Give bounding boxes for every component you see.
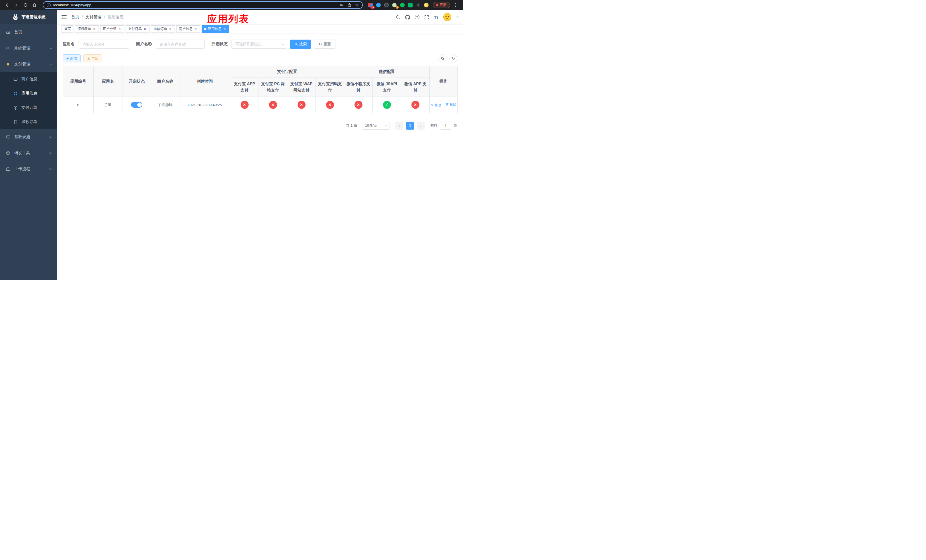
col-merchant: 商户名称 — [151, 66, 179, 97]
tab-app-info[interactable]: 应用信息× — [201, 25, 229, 33]
merchant-name-input[interactable] — [156, 39, 205, 49]
sidebar-subitem-merchant-info[interactable]: 商户信息 — [0, 72, 57, 86]
reset-button[interactable]: ↻ 重置 — [314, 39, 336, 49]
close-icon[interactable]: × — [143, 27, 147, 31]
col-app-name: 应用名 — [94, 66, 123, 97]
home-icon[interactable] — [31, 2, 38, 9]
extension-docs-icon[interactable] — [408, 3, 413, 8]
fullscreen-icon[interactable] — [424, 15, 429, 20]
sidebar-item-system-management[interactable]: ⚙ 系统管理 — [0, 40, 57, 56]
extensions-tray: 10 1 — [368, 3, 429, 8]
tab-process-form[interactable]: 流程表单× — [75, 25, 99, 33]
share-icon[interactable] — [347, 3, 351, 7]
search-button[interactable]: 搜索 — [290, 39, 311, 49]
col-status: 开启状态 — [123, 66, 151, 97]
help-icon[interactable]: ? — [415, 15, 419, 20]
tab-payment-order[interactable]: 支付订单× — [126, 25, 150, 33]
refund-doc-icon — [13, 120, 18, 124]
close-icon[interactable]: × — [194, 27, 198, 31]
forward-icon[interactable] — [12, 2, 20, 9]
back-icon[interactable] — [3, 2, 11, 9]
chevron-down-icon[interactable] — [456, 15, 459, 18]
font-size-icon[interactable]: TT — [434, 15, 438, 20]
site-info-icon[interactable]: i — [47, 3, 51, 7]
tab-merchant-info[interactable]: 商户信息× — [176, 25, 200, 33]
url-bar[interactable]: i localhost:1024/pay/app ☆ — [43, 1, 363, 9]
delete-button[interactable]: 删除 — [446, 102, 457, 107]
refresh-button[interactable]: ↻ — [449, 54, 457, 62]
goto-page-input[interactable] — [440, 122, 451, 130]
browser-menu-icon[interactable]: ⋮ — [452, 2, 460, 8]
github-icon[interactable] — [405, 15, 410, 20]
tab-user-group[interactable]: 用户分组× — [100, 25, 124, 33]
alipay-wap-status-icon: × — [298, 101, 306, 109]
app-title: 芋道管理系统 — [22, 15, 45, 20]
close-icon[interactable]: × — [92, 27, 96, 31]
col-alipay-pc: 支付宝 PC 网站支付 — [259, 77, 287, 97]
sidebar-item-payment-management[interactable]: ¥ 支付管理 — [0, 56, 57, 72]
payment-submenu: 商户信息 应用信息 支付订单 — [0, 72, 57, 129]
extension-drop-icon[interactable] — [376, 3, 381, 8]
chevron-down-icon — [50, 135, 52, 138]
navbar-actions: ? TT — [395, 13, 458, 21]
col-actions: 操作 — [430, 66, 458, 97]
chevron-down-icon — [50, 151, 52, 154]
toolbox-icon — [6, 151, 10, 155]
extension-avatar-icon[interactable]: 1 — [392, 3, 397, 8]
export-button[interactable]: 导出 — [83, 54, 102, 62]
sidebar-item-dev-tools[interactable]: 研发工具 — [0, 145, 57, 161]
edit-button[interactable]: ✎ 修改 — [431, 103, 441, 107]
hamburger-icon[interactable] — [62, 15, 67, 20]
sidebar-subitem-payment-order[interactable]: 支付订单 — [0, 101, 57, 115]
breadcrumb-payment[interactable]: 支付管理 — [85, 15, 101, 20]
toggle-search-button[interactable] — [439, 54, 446, 62]
extension-adblock-icon[interactable]: 10 — [368, 3, 373, 8]
bookmark-star-icon[interactable]: ☆ — [355, 3, 359, 7]
sidebar-item-workflow[interactable]: 工作流程 — [0, 161, 57, 177]
tabs-bar: 首页 流程表单× 用户分组× 支付订单× 退款订单× 商户信息× 应用信息× — [57, 24, 463, 34]
password-key-icon[interactable] — [339, 3, 344, 7]
grid-icon — [13, 91, 18, 96]
prev-page-button[interactable]: ‹ — [395, 122, 403, 130]
logo-image — [12, 14, 19, 21]
chevron-down-icon — [385, 124, 388, 127]
next-page-button[interactable]: › — [417, 122, 425, 130]
download-icon — [87, 57, 90, 60]
col-alipay-wap: 支付宝 WAP 网站支付 — [287, 77, 316, 97]
status-select[interactable]: 请选择开启状态 — [232, 39, 287, 49]
close-icon[interactable]: × — [168, 27, 172, 31]
col-alipay-app: 支付宝 APP 支付 — [230, 77, 259, 97]
app-logo[interactable]: 芋道管理系统 — [0, 10, 57, 24]
sidebar-subitem-app-info[interactable]: 应用信息 — [0, 86, 57, 101]
alipay-app-status-icon: × — [241, 101, 248, 109]
sidebar-item-infrastructure[interactable]: 基础设施 — [0, 129, 57, 145]
page-size-select[interactable]: 10条/页 — [362, 122, 390, 130]
pay-order-icon — [13, 105, 18, 110]
close-icon[interactable]: × — [118, 27, 122, 31]
app-name-label: 应用名 — [63, 42, 75, 47]
browser-update-button[interactable]: 更新 — [433, 2, 450, 8]
extension-wechat-icon[interactable] — [400, 3, 405, 8]
add-button[interactable]: + 新增 — [63, 54, 80, 62]
extension-badge: 1 — [396, 6, 399, 9]
page-button-1[interactable]: 1 — [406, 122, 414, 130]
search-icon[interactable] — [395, 15, 400, 20]
tab-home[interactable]: 首页 — [62, 25, 73, 33]
tab-refund-order[interactable]: 退款订单× — [151, 25, 175, 33]
reload-icon[interactable] — [22, 2, 29, 9]
breadcrumb-home[interactable]: 首页 — [71, 15, 79, 20]
chevron-down-icon — [50, 47, 52, 49]
extension-emoji-icon[interactable] — [424, 3, 429, 8]
app-name-input[interactable] — [79, 39, 129, 49]
yen-icon: ¥ — [6, 62, 10, 67]
col-wechat-app: 微信 APP 支付 — [401, 77, 430, 97]
close-icon[interactable]: × — [223, 27, 227, 31]
extension-disc-icon[interactable] — [384, 3, 389, 8]
avatar[interactable] — [443, 13, 452, 21]
sidebar-item-home[interactable]: 首页 — [0, 24, 57, 40]
status-toggle[interactable] — [131, 102, 142, 107]
merchant-name-label: 商户名称 — [136, 42, 152, 47]
extension-pinwheel-icon[interactable] — [416, 3, 421, 8]
pagination: 共 1 条 10条/页 ‹ 1 › 前往 页 — [63, 122, 457, 130]
sidebar-subitem-refund-order[interactable]: 退款订单 — [0, 115, 57, 129]
